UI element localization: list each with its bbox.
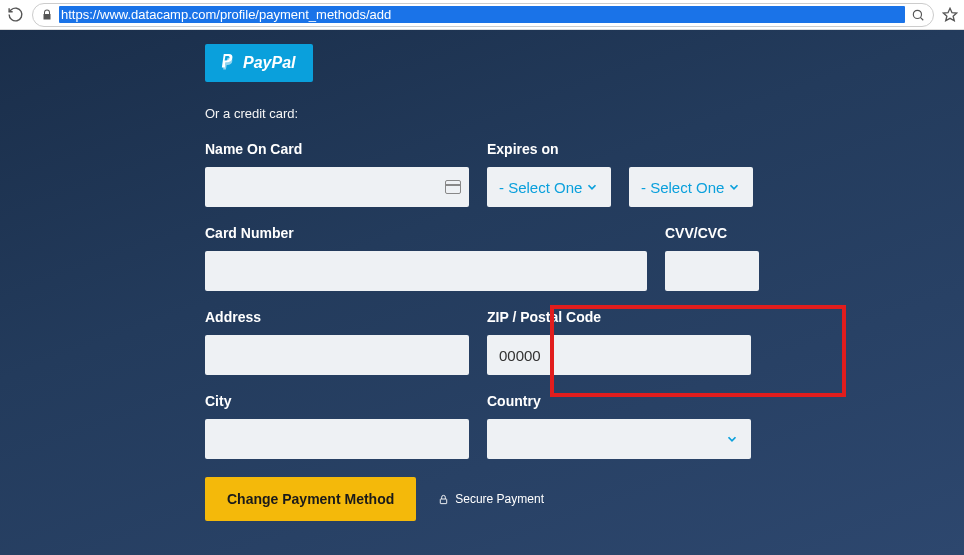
url-text: https://www.datacamp.com/profile/payment… bbox=[59, 6, 905, 23]
page-body: PayPal Or a credit card: Name On Card Ex… bbox=[0, 30, 964, 555]
chevron-down-icon bbox=[727, 180, 741, 194]
name-on-card-label: Name On Card bbox=[205, 141, 469, 157]
url-bar[interactable]: https://www.datacamp.com/profile/payment… bbox=[32, 3, 934, 27]
paypal-icon bbox=[219, 54, 235, 72]
expires-label: Expires on bbox=[487, 141, 759, 157]
search-icon[interactable] bbox=[911, 8, 925, 22]
cvv-label: CVV/CVC bbox=[665, 225, 759, 241]
card-mini-icon bbox=[445, 180, 461, 194]
chevron-down-icon bbox=[585, 180, 599, 194]
address-input[interactable] bbox=[205, 335, 469, 375]
name-on-card-input[interactable] bbox=[205, 167, 469, 207]
svg-rect-1 bbox=[441, 499, 447, 504]
form-actions: Change Payment Method Secure Payment bbox=[205, 477, 759, 521]
chevron-down-icon bbox=[725, 432, 739, 446]
paypal-button-label: PayPal bbox=[243, 54, 295, 72]
star-icon[interactable] bbox=[942, 7, 958, 23]
cvv-input[interactable] bbox=[665, 251, 759, 291]
cvv-field: CVV/CVC bbox=[665, 225, 759, 291]
expires-year-placeholder: - Select One bbox=[641, 179, 724, 196]
paypal-button[interactable]: PayPal bbox=[205, 44, 313, 82]
city-field: City bbox=[205, 393, 469, 459]
expires-month-select[interactable]: - Select One bbox=[487, 167, 611, 207]
secure-payment-label: Secure Payment bbox=[455, 492, 544, 506]
reload-icon[interactable] bbox=[6, 6, 24, 24]
city-label: City bbox=[205, 393, 469, 409]
name-on-card-field: Name On Card bbox=[205, 141, 469, 207]
zip-label: ZIP / Postal Code bbox=[487, 309, 751, 325]
card-number-label: Card Number bbox=[205, 225, 647, 241]
address-field: Address bbox=[205, 309, 469, 375]
zip-input[interactable] bbox=[487, 335, 751, 375]
or-credit-card-text: Or a credit card: bbox=[205, 106, 759, 121]
city-input[interactable] bbox=[205, 419, 469, 459]
change-payment-method-button[interactable]: Change Payment Method bbox=[205, 477, 416, 521]
browser-address-bar: https://www.datacamp.com/profile/payment… bbox=[0, 0, 964, 30]
zip-field: ZIP / Postal Code bbox=[487, 309, 751, 375]
expires-month-placeholder: - Select One bbox=[499, 179, 582, 196]
country-label: Country bbox=[487, 393, 751, 409]
card-number-field: Card Number bbox=[205, 225, 647, 291]
country-select[interactable] bbox=[487, 419, 751, 459]
expires-field: Expires on - Select One - Select One bbox=[487, 141, 759, 207]
country-field: Country bbox=[487, 393, 751, 459]
expires-year-select[interactable]: - Select One bbox=[629, 167, 753, 207]
secure-payment-note: Secure Payment bbox=[438, 492, 544, 506]
lock-icon bbox=[41, 9, 53, 21]
payment-form: PayPal Or a credit card: Name On Card Ex… bbox=[205, 44, 759, 555]
svg-point-0 bbox=[913, 10, 921, 18]
card-number-input[interactable] bbox=[205, 251, 647, 291]
lock-icon bbox=[438, 494, 449, 505]
address-label: Address bbox=[205, 309, 469, 325]
